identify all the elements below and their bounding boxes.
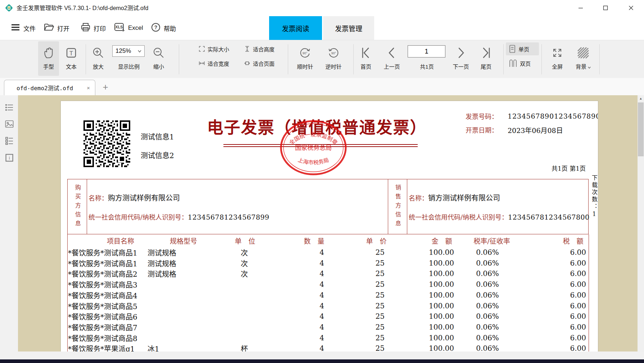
app-logo-icon — [5, 4, 13, 13]
zoom-in-button[interactable]: 放大 — [88, 41, 109, 76]
folder-open-icon — [44, 23, 54, 33]
menu-file[interactable]: 文件 — [11, 16, 36, 40]
single-page-label: 单页 — [518, 45, 529, 53]
menu-help[interactable]: ? 帮助 — [151, 16, 176, 40]
fullscreen-button[interactable]: 全屏 — [547, 41, 568, 76]
table-cell: 4 — [319, 344, 324, 352]
tab-invoice-management[interactable]: 发票管理 — [323, 16, 374, 40]
table-cell: 4 — [319, 334, 324, 342]
table-cell: 0.06% — [476, 280, 499, 289]
outline-list-icon[interactable] — [5, 103, 14, 112]
next-page-button[interactable]: 下一页 — [450, 41, 471, 76]
checklist-icon[interactable] — [5, 136, 14, 145]
table-cell: 100.00 — [429, 312, 454, 321]
minimize-button[interactable] — [572, 0, 590, 16]
menu-excel[interactable]: XLS Excel — [114, 16, 143, 40]
bottom-strip — [0, 351, 644, 359]
first-page-button[interactable]: 首页 — [355, 41, 376, 76]
table-cell: 4 — [319, 302, 324, 310]
tab-invoice-reading[interactable]: 发票阅读 — [269, 16, 322, 40]
table-cell: 4 — [319, 259, 324, 267]
vertical-scrollbar[interactable]: ▲ — [638, 95, 644, 351]
document-tab[interactable]: ofd-demo2测试.ofd × — [4, 80, 95, 95]
invoice-page-info: 共1页 第1页 — [552, 164, 586, 173]
app-window: 金壬发票管理软件 V5.7.30.1- D:\ofd-demo2测试.ofd 文… — [0, 0, 644, 363]
document-viewport[interactable]: i — [0, 95, 644, 351]
menu-print-label: 打印 — [94, 24, 106, 33]
prev-page-button[interactable]: 上一页 — [381, 41, 402, 76]
scroll-up-icon[interactable]: ▲ — [638, 97, 644, 100]
last-page-button[interactable]: 尾页 — [476, 41, 496, 76]
scrollbar-thumb[interactable] — [638, 102, 644, 156]
svg-text:XLS: XLS — [115, 25, 123, 29]
table-cell: *餐饮服务*测试商品3 — [68, 279, 137, 290]
text-tool-label: 文本 — [66, 63, 77, 70]
add-tab-button[interactable]: + — [99, 81, 112, 93]
seller-name-row: 名称：销方测试样例有限公司 — [409, 192, 500, 203]
table-cell: 6.00 — [570, 344, 586, 352]
table-cell: 0.06% — [476, 259, 499, 267]
page-number-input[interactable]: 1 — [408, 45, 445, 58]
background-button[interactable]: 背景 — [573, 41, 594, 76]
buyer-name-row: 名称：购方测试样例有限公司 — [89, 192, 180, 203]
tax-stamp: 全国统一发票监制章 国家税务总局 上海市税务局 — [277, 117, 349, 178]
table-cell: 4 — [319, 248, 324, 257]
table-cell: 4 — [319, 269, 324, 278]
buyer-party-label: 购买方信息 — [73, 184, 82, 229]
table-cell: 测试规格 — [148, 268, 176, 279]
table-cell: 4 — [319, 280, 324, 289]
window-title: 金壬发票管理软件 V5.7.30.1- D:\ofd-demo2测试.ofd — [17, 0, 148, 16]
table-cell: 冰1 — [148, 343, 159, 352]
table-cell: 6.00 — [570, 302, 586, 310]
zoom-ratio-select[interactable]: 125% — [112, 45, 145, 57]
table-cell: 4 — [319, 312, 324, 321]
info-icon[interactable]: i — [5, 153, 14, 162]
actual-size-label: 实际大小 — [208, 45, 229, 53]
maximize-button[interactable] — [597, 0, 614, 16]
table-cell: 测试规格 — [148, 247, 176, 258]
table-cell: *餐饮服务*测试商品1 — [68, 258, 137, 268]
titlebar: 金壬发票管理软件 V5.7.30.1- D:\ofd-demo2测试.ofd — [0, 0, 644, 17]
rotate-clockwise-button[interactable]: 90° 顺时针 — [295, 41, 316, 76]
seller-party-label: 销售方信息 — [393, 184, 402, 229]
svg-text:T: T — [69, 50, 73, 57]
table-cell: 杯 — [241, 343, 248, 352]
text-tool-button[interactable]: T 文本 — [61, 41, 82, 76]
close-button[interactable] — [622, 0, 640, 16]
box-divider — [87, 179, 87, 234]
table-cell: 4 — [319, 291, 324, 299]
tab-close-icon[interactable]: × — [87, 85, 90, 91]
zoom-ratio-label: 显示比例 — [112, 63, 145, 70]
download-count: 下载次数：1 — [590, 175, 598, 219]
menu-open[interactable]: 打开 — [44, 16, 69, 40]
hand-tool-button[interactable]: 手型 — [38, 41, 59, 76]
table-cell: 25 — [376, 344, 385, 352]
double-page-button[interactable]: 双页 — [506, 57, 539, 70]
table-cell: 25 — [376, 291, 385, 299]
rotate-clockwise-icon: 90° — [299, 45, 312, 60]
table-cell: *餐饮服务*测试商品2 — [68, 268, 137, 279]
left-sidebar: i — [0, 95, 18, 351]
table-cell: 25 — [376, 248, 385, 257]
fit-page-button[interactable]: 适合页面 — [244, 57, 275, 70]
actual-size-icon — [199, 46, 205, 52]
table-cell: 0.06% — [476, 269, 499, 278]
table-cell: *餐饮服务*测试商品6 — [68, 311, 137, 322]
next-page-icon — [455, 45, 466, 60]
printer-icon — [81, 23, 90, 34]
image-icon[interactable] — [5, 120, 14, 128]
menu-print[interactable]: 打印 — [81, 16, 106, 40]
single-page-icon — [509, 45, 516, 53]
fit-page-label: 适合页面 — [253, 60, 275, 67]
zoom-ratio-value: 125% — [115, 47, 131, 55]
actual-size-button[interactable]: 实际大小 — [199, 42, 229, 55]
single-page-button[interactable]: 单页 — [506, 42, 539, 55]
page-number-value: 1 — [425, 48, 428, 55]
toolbar-separator — [353, 44, 354, 74]
table-header: 数 量 — [304, 236, 324, 245]
fit-width-button[interactable]: 适合宽度 — [199, 57, 229, 70]
invoice-number-value: 12345678901234567890 — [508, 112, 598, 120]
rotate-counterclockwise-button[interactable]: 90° 逆时针 — [323, 41, 344, 76]
zoom-out-button[interactable]: 缩小 — [148, 41, 169, 76]
fit-height-button[interactable]: 适合高度 — [244, 42, 275, 55]
